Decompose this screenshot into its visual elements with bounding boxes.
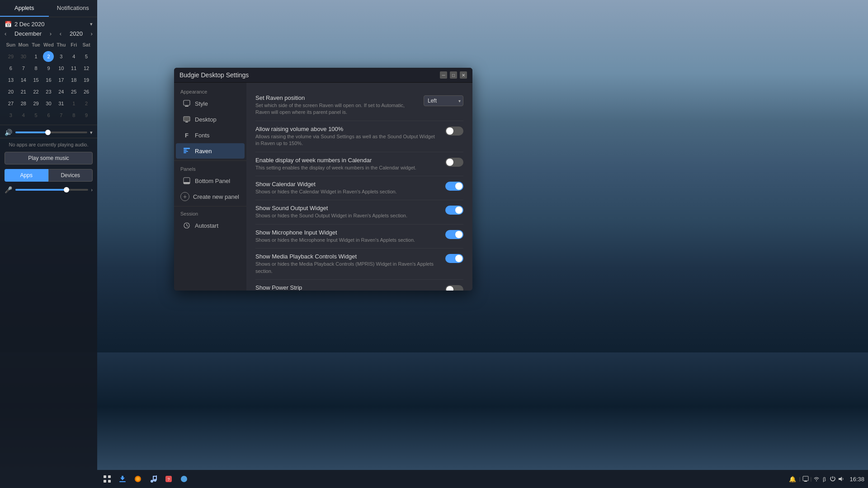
setting-calendar-widget-title: Show Calendar Widget (255, 181, 438, 188)
next-month-btn[interactable]: › (50, 30, 52, 37)
tab-notifications[interactable]: Notifications (49, 0, 98, 17)
sidebar-item-style[interactable]: Style (176, 96, 245, 111)
volume-thumb[interactable] (45, 130, 51, 135)
taskbar-download-icon[interactable] (116, 473, 129, 485)
cal-day[interactable]: 13 (5, 75, 16, 85)
setting-media-playback-widget-control (445, 253, 463, 263)
cal-day[interactable]: 15 (31, 75, 42, 85)
cal-day[interactable]: 14 (18, 75, 29, 85)
cal-day[interactable]: 3 (56, 51, 66, 62)
cal-day[interactable]: 2 (81, 98, 92, 109)
cal-day[interactable]: 28 (18, 98, 29, 109)
month-label[interactable]: December (14, 30, 42, 37)
setting-power-strip-text: Show Power Strip Shows or hides the Powe… (255, 284, 445, 291)
calendar-grid: Sun Mon Tue Wed Thu Fri Sat 29 30 1 2 3 … (5, 39, 93, 121)
setting-allow-volume-text: Allow raising volume above 100% Allows r… (255, 126, 445, 147)
cal-day[interactable]: 12 (81, 63, 92, 74)
cal-day[interactable]: 8 (68, 110, 79, 121)
cal-day[interactable]: 17 (56, 75, 66, 85)
play-music-button[interactable]: Play some music (5, 152, 93, 164)
taskbar-screen-icon[interactable] (802, 476, 809, 482)
toggle-sound-output-widget[interactable] (445, 206, 463, 215)
cal-day[interactable]: 30 (18, 51, 29, 62)
sidebar-item-create-panel[interactable]: + Create new panel (174, 189, 246, 204)
maximize-button[interactable]: □ (450, 71, 457, 79)
svg-point-16 (181, 476, 187, 482)
taskbar-volume-icon[interactable] (838, 476, 844, 482)
minimize-button[interactable]: ─ (440, 71, 447, 79)
cal-day[interactable]: 23 (43, 86, 54, 97)
toggle-calendar-widget[interactable] (445, 182, 463, 191)
cal-day[interactable]: 29 (31, 98, 42, 109)
sidebar-item-raven[interactable]: Raven (176, 143, 245, 159)
toggle-allow-volume[interactable] (445, 127, 463, 136)
cal-day[interactable]: 6 (43, 110, 54, 121)
devices-button[interactable]: Devices (48, 169, 93, 182)
cal-day[interactable]: 7 (18, 63, 29, 74)
cal-day[interactable]: 29 (5, 51, 16, 62)
sidebar-item-bottom-panel[interactable]: Bottom Panel (176, 173, 245, 188)
raven-position-select[interactable]: Left Right Automatic (424, 95, 463, 106)
cal-day[interactable]: 8 (31, 63, 42, 74)
taskbar-power-icon[interactable] (830, 476, 836, 482)
cal-day[interactable]: 5 (81, 51, 92, 62)
calendar-dropdown-btn[interactable]: ▾ (90, 21, 93, 27)
prev-year-btn[interactable]: ‹ (60, 30, 61, 37)
cal-day[interactable]: 25 (68, 86, 79, 97)
apps-button[interactable]: Apps (5, 169, 48, 182)
volume-dropdown-btn[interactable]: ▾ (90, 130, 93, 136)
taskbar-grid-icon[interactable] (101, 473, 113, 485)
cal-day[interactable]: 18 (68, 75, 79, 85)
setting-week-numbers-control (445, 157, 463, 167)
cal-day[interactable]: 19 (81, 75, 92, 85)
mic-slider[interactable] (15, 189, 88, 191)
sidebar-item-autostart[interactable]: Autostart (176, 218, 245, 233)
toggle-mic-input-widget[interactable] (445, 230, 463, 239)
cal-day[interactable]: 5 (31, 110, 42, 121)
svg-rect-3 (108, 480, 111, 483)
taskbar-bluetooth-icon[interactable]: β (821, 476, 828, 482)
svg-text:?: ? (167, 477, 170, 482)
sidebar-item-desktop[interactable]: Desktop (176, 112, 245, 127)
cal-day[interactable]: 21 (18, 86, 29, 97)
mic-dropdown-btn[interactable]: › (91, 187, 93, 192)
cal-day[interactable]: 26 (81, 86, 92, 97)
toggle-week-numbers[interactable] (445, 158, 463, 167)
taskbar-music-icon[interactable] (147, 473, 160, 485)
taskbar-wifi-icon[interactable] (813, 476, 820, 482)
cal-day[interactable]: 31 (56, 98, 66, 109)
cal-day[interactable]: 6 (5, 63, 16, 74)
cal-day[interactable]: 24 (56, 86, 66, 97)
taskbar-app6-icon[interactable] (178, 473, 190, 485)
cal-day[interactable]: 9 (43, 63, 54, 74)
cal-day[interactable]: 10 (56, 63, 66, 74)
cal-day[interactable]: 7 (56, 110, 66, 121)
cal-day[interactable]: 22 (31, 86, 42, 97)
cal-day[interactable]: 11 (68, 63, 79, 74)
cal-day[interactable]: 16 (43, 75, 54, 85)
cal-day[interactable]: 4 (18, 110, 29, 121)
toggle-power-strip[interactable] (445, 285, 463, 291)
cal-day[interactable]: 20 (5, 86, 16, 97)
cal-day[interactable]: 30 (43, 98, 54, 109)
cal-day[interactable]: 1 (68, 98, 79, 109)
taskbar-firefox-icon[interactable] (132, 473, 144, 485)
taskbar-app5-icon[interactable]: ? (162, 473, 175, 485)
cal-day[interactable]: 9 (81, 110, 92, 121)
mic-thumb[interactable] (64, 187, 69, 192)
taskbar-notification-icon[interactable]: 🔔 (788, 475, 797, 483)
cal-day[interactable]: 4 (68, 51, 79, 62)
close-button[interactable]: ✕ (460, 71, 467, 79)
cal-today[interactable]: 2 (43, 51, 54, 62)
year-label[interactable]: 2020 (70, 30, 83, 37)
cal-day[interactable]: 3 (5, 110, 16, 121)
setting-mic-input-widget: Show Microphone Input Widget Shows or hi… (255, 225, 463, 249)
cal-day[interactable]: 1 (31, 51, 42, 62)
tab-applets[interactable]: Applets (0, 0, 49, 17)
toggle-media-playback-widget[interactable] (445, 254, 463, 263)
next-year-btn[interactable]: › (91, 30, 93, 37)
cal-day[interactable]: 27 (5, 98, 16, 109)
sidebar-item-fonts[interactable]: F Fonts (176, 127, 245, 143)
prev-month-btn[interactable]: ‹ (5, 30, 6, 37)
volume-slider[interactable] (15, 131, 87, 133)
